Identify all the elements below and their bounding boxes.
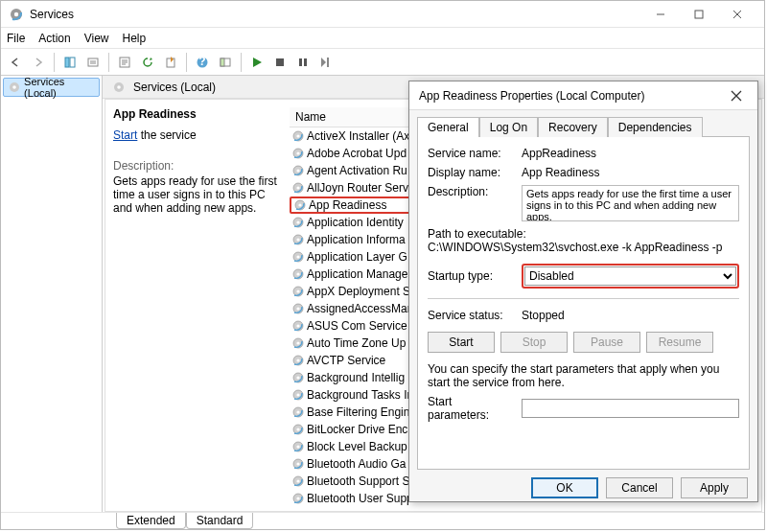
gear-icon [293,198,307,212]
value-service-status: Stopped [522,309,739,322]
menu-action[interactable]: Action [38,32,70,45]
dialog-tabs: General Log On Recovery Dependencies [409,110,757,136]
tab-dependencies[interactable]: Dependencies [608,117,703,137]
cancel-button[interactable]: Cancel [606,477,673,498]
label-start-params: Start parameters: [428,395,516,422]
tab-logon[interactable]: Log On [479,117,538,137]
service-name: Adobe Acrobat Upd [307,147,407,160]
startup-type-select[interactable]: Disabled [524,266,736,286]
label-description: Description: [428,185,516,198]
value-description[interactable]: Gets apps ready for use the first time a… [522,185,739,221]
svg-text:?: ? [198,56,205,68]
service-name: Bluetooth User Supp [307,492,413,505]
svg-point-63 [296,497,299,499]
gear-icon [291,164,305,177]
export-button[interactable] [160,52,181,73]
start-suffix: the service [137,128,196,142]
help-button[interactable]: ? [192,52,213,73]
restart-service-button[interactable] [315,52,337,73]
pause-service-button[interactable] [292,52,314,73]
dialog-titlebar: App Readiness Properties (Local Computer… [409,81,757,110]
label-startup-type: Startup type: [428,269,516,283]
ok-button[interactable]: OK [531,477,598,498]
service-name: Background Intellig [307,371,405,384]
label-path: Path to executable: [428,227,739,241]
toolbar: ? [1,49,764,76]
gear-icon [291,371,305,384]
menubar: File Action View Help [1,28,764,49]
hide-tree-button[interactable] [59,52,81,73]
gear-icon [291,336,305,350]
menu-help[interactable]: Help [123,32,147,45]
forward-button[interactable] [28,52,49,73]
start-service-button[interactable] [246,52,267,73]
properties-button[interactable] [114,52,135,73]
separator [428,298,739,299]
svg-point-39 [296,289,299,292]
service-name: Application Layer G [307,250,407,264]
menu-file[interactable]: File [7,32,25,45]
export-list-button[interactable] [82,52,104,73]
start-params-input [522,399,739,418]
dialog-footer: OK Cancel Apply [409,477,757,506]
gear-icon [291,405,305,419]
gear-icon [112,81,126,94]
start-button[interactable]: Start [428,332,495,353]
window-title: Services [30,8,74,21]
service-name: ActiveX Installer (Ax [307,129,409,143]
close-button[interactable] [718,1,756,28]
svg-point-43 [296,324,299,327]
service-name: AllJoyn Router Servi [307,181,411,195]
svg-rect-15 [327,58,329,67]
gear-icon [291,129,305,143]
tab-extended[interactable]: Extended [116,513,186,529]
gear-icon [291,250,305,264]
label-display-name: Display name: [428,166,516,179]
gear-icon [291,147,305,160]
menu-view[interactable]: View [84,32,109,45]
label-service-status: Service status: [428,309,516,322]
tab-standard[interactable]: Standard [186,513,254,529]
resume-button: Resume [646,332,713,353]
svg-point-29 [298,203,301,206]
stop-service-button[interactable] [269,52,291,73]
gear-icon [291,474,305,488]
refresh-button[interactable] [137,52,158,73]
service-name: Application Identity [307,216,404,229]
svg-rect-4 [70,58,75,67]
svg-point-23 [296,151,299,154]
svg-rect-13 [299,58,302,66]
service-name: AVCTP Service [307,354,385,367]
tab-general[interactable]: General [417,117,479,137]
tree-root-services[interactable]: Services (Local) [3,78,100,97]
services-icon [9,7,24,22]
service-name: Application Manage [307,267,407,281]
svg-point-41 [296,307,299,310]
service-name: ASUS Com Service [307,319,407,333]
service-control-buttons: Start Stop Pause Resume [428,332,739,353]
gear-icon [291,233,305,246]
svg-rect-14 [304,58,307,66]
start-link[interactable]: Start [113,128,137,142]
svg-point-25 [296,169,299,172]
dialog-title: App Readiness Properties (Local Computer… [419,89,644,103]
back-button[interactable] [5,52,26,73]
gear-icon [291,492,305,505]
svg-point-53 [296,410,299,413]
detail-pane: App Readiness Start the service Descript… [113,107,280,503]
service-name: Block Level Backup [307,440,407,453]
value-service-name: AppReadiness [522,147,739,160]
maximize-button[interactable] [680,1,718,28]
scope-button[interactable] [215,52,236,73]
service-name: AssignedAccessMan [307,302,413,315]
svg-point-21 [296,134,299,137]
svg-point-35 [296,255,299,258]
gear-icon [291,285,305,298]
minimize-button[interactable] [641,1,680,28]
tab-recovery[interactable]: Recovery [538,117,608,137]
service-name: Base Filtering Engin [307,405,409,419]
dialog-close-button[interactable] [725,84,748,107]
value-display-name: App Readiness [522,166,739,179]
gear-icon [291,216,305,229]
apply-button[interactable]: Apply [681,477,748,498]
